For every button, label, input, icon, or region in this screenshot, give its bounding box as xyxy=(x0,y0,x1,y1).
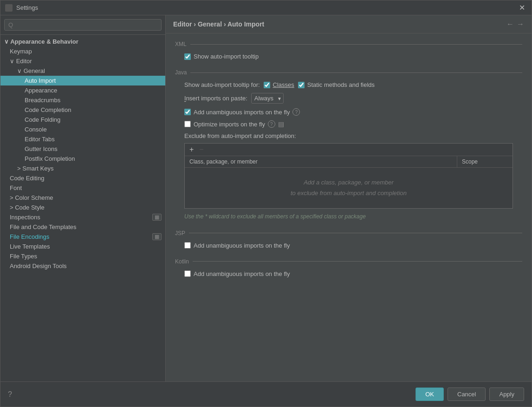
expand-icon: ∨ xyxy=(10,58,16,65)
sidebar-item-inspections[interactable]: Inspections ▦ xyxy=(0,212,165,222)
insert-imports-row: Insert imports on paste: Always Ask Neve… xyxy=(175,93,522,104)
static-methods-label[interactable]: Static methods and fields xyxy=(307,81,375,88)
xml-section: XML Show auto-import tooltip xyxy=(175,41,522,60)
window-title: Settings xyxy=(16,4,517,11)
static-methods-checkbox[interactable] xyxy=(298,82,305,88)
sidebar-item-keymap[interactable]: Keymap xyxy=(0,46,165,56)
sidebar-item-android-design-tools[interactable]: Android Design Tools xyxy=(0,261,165,271)
show-auto-import-tooltip-checkbox[interactable] xyxy=(184,53,191,60)
sidebar-item-file-code-templates[interactable]: File and Code Templates xyxy=(0,222,165,232)
breadcrumb-forward[interactable]: → xyxy=(517,20,524,28)
settings-window: Settings ✕ ∨ Appearance & Behavior Keyma… xyxy=(0,0,532,407)
kotlin-add-unambiguous-checkbox[interactable] xyxy=(184,270,191,277)
jsp-add-unambiguous-checkbox[interactable] xyxy=(184,242,191,249)
sidebar-item-general[interactable]: ∨ General xyxy=(0,66,165,76)
exclude-table: + − Class, package, or member Scope Add … xyxy=(184,143,513,209)
table-header: Class, package, or member Scope xyxy=(185,156,513,168)
sidebar-item-file-types[interactable]: File Types xyxy=(0,251,165,261)
sidebar-item-live-templates[interactable]: Live Templates xyxy=(0,242,165,251)
optimize-imports-checkbox[interactable] xyxy=(184,121,191,127)
cancel-button[interactable]: Cancel xyxy=(448,387,486,401)
classes-checkbox-group: Classes xyxy=(264,81,294,88)
sidebar: ∨ Appearance & Behavior Keymap ∨ Editor … xyxy=(0,15,166,381)
kotlin-section-title: Kotlin xyxy=(175,258,522,265)
main-content-area: ∨ Appearance & Behavior Keymap ∨ Editor … xyxy=(0,15,532,381)
search-box xyxy=(0,15,165,35)
main-panel: Editor › General › Auto Import ← → XML S… xyxy=(166,15,532,381)
sidebar-item-color-scheme[interactable]: > Color Scheme xyxy=(0,193,165,203)
hint-text: Use the * wildcard to exclude all member… xyxy=(184,212,513,221)
expand-icon: ∨ xyxy=(17,67,24,74)
breadcrumb-nav: ← → xyxy=(506,20,524,28)
sidebar-item-file-encodings[interactable]: File Encodings ▦ xyxy=(0,232,165,242)
sidebar-item-appearance-behavior[interactable]: ∨ Appearance & Behavior xyxy=(0,37,165,46)
java-section: Java Show auto-import tooltip for: Class… xyxy=(175,69,522,221)
table-toolbar: + − xyxy=(185,144,513,156)
footer-buttons: OK Cancel Apply xyxy=(415,387,524,401)
add-unambiguous-row: Add unambiguous imports on the fly ? xyxy=(175,108,522,116)
footer: ? OK Cancel Apply xyxy=(0,381,532,407)
jsp-add-unambiguous-label[interactable]: Add unambiguous imports on the fly xyxy=(184,242,290,249)
jsp-section: JSP Add unambiguous imports on the fly xyxy=(175,230,522,249)
file-encodings-icon-btn[interactable]: ▦ xyxy=(152,233,162,240)
show-auto-import-tooltip-label[interactable]: Show auto-import tooltip xyxy=(184,53,259,60)
sidebar-item-console[interactable]: Console xyxy=(0,125,165,134)
table-empty-message: Add a class, package, or member to exclu… xyxy=(185,168,513,208)
sidebar-item-breadcrumbs[interactable]: Breadcrumbs xyxy=(0,95,165,105)
kotlin-section: Kotlin Add unambiguous imports on the fl… xyxy=(175,258,522,277)
breadcrumb-back[interactable]: ← xyxy=(506,20,514,28)
insert-imports-label: Insert imports on paste: xyxy=(184,95,247,102)
breadcrumb: Editor › General › Auto Import xyxy=(173,20,264,28)
sidebar-item-font[interactable]: Font xyxy=(0,183,165,193)
optimize-imports-help-icon[interactable]: ? xyxy=(268,120,275,128)
sidebar-item-code-style[interactable]: > Code Style xyxy=(0,203,165,212)
kotlin-add-unambiguous-row: Add unambiguous imports on the fly xyxy=(175,270,522,277)
breadcrumb-bar: Editor › General › Auto Import ← → xyxy=(166,15,532,33)
classes-checkbox[interactable] xyxy=(264,82,270,88)
nav-tree: ∨ Appearance & Behavior Keymap ∨ Editor … xyxy=(0,35,165,381)
insert-imports-select-wrapper: Always Ask Never xyxy=(251,93,284,104)
ok-button[interactable]: OK xyxy=(415,387,444,401)
sidebar-item-editor[interactable]: ∨ Editor xyxy=(0,56,165,66)
sidebar-item-editor-tabs[interactable]: Editor Tabs xyxy=(0,134,165,144)
static-methods-checkbox-group: Static methods and fields xyxy=(298,81,375,88)
sidebar-item-gutter-icons[interactable]: Gutter Icons xyxy=(0,144,165,154)
optimize-imports-menu-icon[interactable]: ▤ xyxy=(278,120,284,128)
inspections-icon-btn[interactable]: ▦ xyxy=(152,214,162,221)
settings-body: XML Show auto-import tooltip Java Show a… xyxy=(166,33,532,381)
add-unambiguous-help-icon[interactable]: ? xyxy=(292,108,300,116)
expand-icon: > xyxy=(17,165,22,172)
java-section-title: Java xyxy=(175,69,522,76)
sidebar-item-auto-import[interactable]: Auto Import xyxy=(0,76,165,85)
table-col-scope: Scope xyxy=(457,156,513,167)
classes-label[interactable]: Classes xyxy=(273,81,294,88)
exclude-label-row: Exclude from auto-import and completion: xyxy=(175,132,522,139)
expand-icon: > xyxy=(10,194,15,201)
jsp-section-title: JSP xyxy=(175,230,522,236)
optimize-imports-row: Optimize imports on the fly ? ▤ xyxy=(175,120,522,128)
insert-imports-dropdown[interactable]: Always Ask Never xyxy=(251,93,284,104)
add-unambiguous-label[interactable]: Add unambiguous imports on the fly ? xyxy=(184,108,300,116)
show-auto-import-tooltip-row: Show auto-import tooltip xyxy=(175,53,522,60)
sidebar-item-smart-keys[interactable]: > Smart Keys xyxy=(0,164,165,173)
table-add-button[interactable]: + xyxy=(188,145,195,154)
kotlin-add-unambiguous-label[interactable]: Add unambiguous imports on the fly xyxy=(184,270,290,277)
close-button[interactable]: ✕ xyxy=(517,3,527,12)
expand-icon: ∨ xyxy=(4,38,10,45)
sidebar-item-code-folding[interactable]: Code Folding xyxy=(0,115,165,125)
jsp-add-unambiguous-row: Add unambiguous imports on the fly xyxy=(175,242,522,249)
expand-icon: > xyxy=(10,204,15,211)
help-button[interactable]: ? xyxy=(8,390,12,399)
add-unambiguous-checkbox[interactable] xyxy=(184,109,191,115)
optimize-imports-label[interactable]: Optimize imports on the fly ? ▤ xyxy=(184,120,284,128)
xml-section-title: XML xyxy=(175,41,522,47)
show-tooltip-label: Show auto-import tooltip for: xyxy=(184,81,260,88)
sidebar-item-code-completion[interactable]: Code Completion xyxy=(0,105,165,115)
apply-button[interactable]: Apply xyxy=(489,387,524,401)
table-remove-button[interactable]: − xyxy=(198,145,204,154)
sidebar-item-postfix-completion[interactable]: Postfix Completion xyxy=(0,154,165,164)
sidebar-item-code-editing[interactable]: Code Editing xyxy=(0,173,165,183)
show-tooltip-for-row: Show auto-import tooltip for: Classes St… xyxy=(175,81,522,88)
search-input[interactable] xyxy=(4,19,162,31)
sidebar-item-appearance[interactable]: Appearance xyxy=(0,85,165,95)
